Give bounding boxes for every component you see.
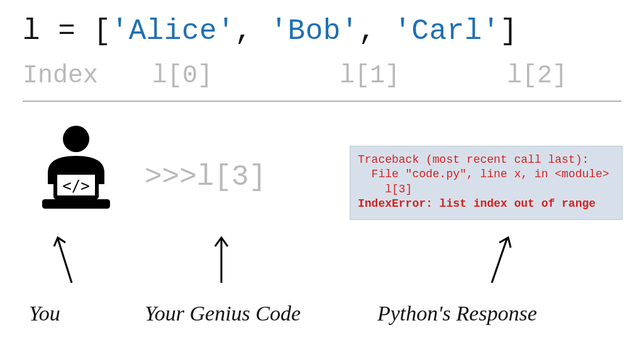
caption-response: Python's Response	[377, 302, 537, 326]
code-sep-0: ,	[235, 15, 270, 48]
repl-prompt: >>>l[3]	[145, 161, 266, 194]
traceback-line-3: l[3]	[358, 183, 412, 195]
code-post: ]	[500, 15, 518, 48]
index-cell-0: l[0]	[152, 62, 213, 90]
traceback-error: IndexError: list index out of range	[358, 197, 596, 210]
traceback-box: Traceback (most recent call last): File …	[350, 146, 623, 220]
svg-line-5	[58, 239, 72, 283]
svg-line-7	[492, 239, 507, 283]
svg-point-0	[63, 126, 89, 152]
code-pre: l = [	[23, 15, 111, 48]
index-label: Index	[23, 62, 98, 90]
index-cell-2: l[2]	[507, 62, 567, 90]
traceback-line-1: Traceback (most recent call last):	[358, 153, 589, 166]
divider-line	[23, 101, 621, 102]
index-cell-1: l[1]	[340, 62, 400, 90]
code-item-0: 'Alice'	[111, 15, 235, 48]
code-sep-1: ,	[358, 15, 394, 48]
caption-you: You	[29, 302, 60, 326]
svg-rect-3	[42, 199, 110, 209]
arrow-code	[203, 233, 240, 289]
code-item-1: 'Bob'	[270, 15, 358, 48]
code-item-2: 'Carl'	[394, 15, 500, 48]
arrow-you	[47, 233, 84, 289]
list-definition: l = ['Alice', 'Bob', 'Carl']	[23, 15, 518, 48]
traceback-line-2: File "code.py", line x, in <module>	[358, 168, 609, 180]
caption-code: Your Genius Code	[145, 302, 301, 326]
arrow-response	[480, 233, 518, 289]
coder-icon: </>	[29, 118, 123, 212]
svg-text:</>: </>	[62, 177, 89, 195]
